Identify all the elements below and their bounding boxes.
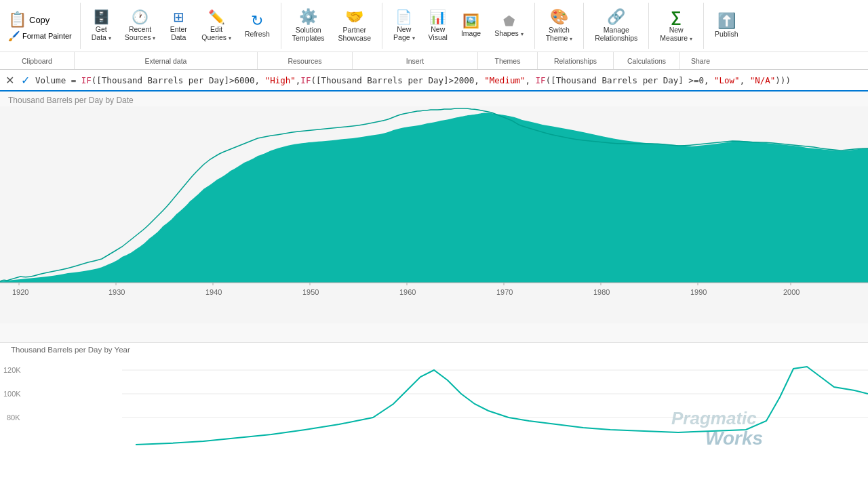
formula-text[interactable]: Volume = IF([Thousand Barrels per Day]>6… [35, 75, 864, 85]
svg-text:1980: 1980 [593, 288, 610, 296]
shapes-icon: ⬟ [503, 14, 515, 28]
new-page-button[interactable]: 📄 NewPage ▾ [388, 5, 420, 47]
bottom-chart-title: Thousand Barrels per Day by Year [0, 343, 868, 357]
manage-relationships-icon: 🔗 [607, 9, 625, 24]
svg-text:1990: 1990 [690, 288, 707, 296]
new-measure-button[interactable]: ∑ NewMeasure ▾ [654, 5, 698, 47]
chart-area: Thousand Barrels per Day by Date 1920 19… [0, 92, 868, 488]
formula-bar: ✕ ✓ Volume = IF([Thousand Barrels per Da… [0, 70, 868, 92]
label-clipboard: Clipboard [0, 52, 75, 69]
partner-showcase-button[interactable]: 🤝 PartnerShowcase [333, 5, 376, 47]
solution-templates-button[interactable]: ⚙️ SolutionTemplates [287, 5, 330, 47]
ribbon-labels: Clipboard External data Resources Insert… [0, 52, 868, 69]
label-themes: Themes [478, 52, 538, 69]
refresh-button[interactable]: ↻ Refresh [239, 5, 275, 47]
svg-text:80K: 80K [7, 413, 20, 422]
svg-text:1960: 1960 [399, 288, 416, 296]
formula-cancel-button[interactable]: ✕ [4, 73, 16, 88]
insert-group: 📄 NewPage ▾ 📊 NewVisual 🖼️ Image ⬟ Shape… [382, 3, 535, 49]
image-button[interactable]: 🖼️ Image [456, 5, 486, 47]
svg-text:100K: 100K [3, 390, 21, 398]
themes-group: 🎨 SwitchTheme ▾ [535, 3, 585, 49]
svg-text:1970: 1970 [496, 288, 513, 296]
area-chart-svg: 1920 1930 1940 1950 1960 1970 1980 1990 … [0, 106, 868, 323]
switch-theme-button[interactable]: 🎨 SwitchTheme ▾ [540, 5, 578, 47]
label-external-data: External data [75, 52, 258, 69]
image-icon: 🖼️ [462, 14, 479, 28]
recent-sources-icon: 🕐 [132, 10, 149, 24]
svg-text:1940: 1940 [205, 288, 222, 296]
new-page-icon: 📄 [395, 10, 412, 24]
edit-queries-button[interactable]: ✏️ EditQueries ▾ [196, 5, 237, 47]
label-share: Share [680, 52, 721, 69]
partner-showcase-icon: 🤝 [345, 9, 363, 24]
bottom-chart: Thousand Barrels per Day by Year 120K 10… [0, 342, 868, 488]
svg-text:2000: 2000 [783, 288, 800, 296]
svg-text:1950: 1950 [302, 288, 319, 296]
ribbon: 📋 Copy 🖌️ Format Painter 🗄️ GetData ▾ 🕐 … [0, 0, 868, 70]
share-group: ⬆️ Publish [704, 3, 749, 49]
switch-theme-icon: 🎨 [550, 9, 568, 24]
edit-queries-icon: ✏️ [208, 10, 225, 24]
ribbon-top: 📋 Copy 🖌️ Format Painter 🗄️ GetData ▾ 🕐 … [0, 0, 868, 52]
manage-relationships-button[interactable]: 🔗 ManageRelationships [589, 5, 643, 47]
get-data-button[interactable]: 🗄️ GetData ▾ [86, 5, 117, 47]
format-painter-button[interactable]: 🖌️ Format Painter [5, 30, 75, 42]
new-visual-button[interactable]: 📊 NewVisual [423, 5, 453, 47]
top-chart: Thousand Barrels per Day by Date 1920 19… [0, 92, 868, 342]
calculations-group: ∑ NewMeasure ▾ [649, 3, 704, 49]
label-calculations: Calculations [614, 52, 680, 69]
new-visual-icon: 📊 [429, 10, 446, 24]
solution-templates-icon: ⚙️ [299, 9, 317, 24]
recent-sources-button[interactable]: 🕐 RecentSources ▾ [119, 5, 161, 47]
label-relationships: Relationships [538, 52, 614, 69]
formula-confirm-button[interactable]: ✓ [20, 73, 31, 88]
get-data-icon: 🗄️ [93, 10, 110, 24]
publish-icon: ⬆️ [717, 14, 736, 28]
label-resources: Resources [258, 52, 353, 69]
line-chart-svg: 120K 100K 80K Pragmatic Works [0, 357, 868, 465]
external-data-group: 🗄️ GetData ▾ 🕐 RecentSources ▾ ⊞ EnterDa… [81, 3, 281, 49]
resources-group: ⚙️ SolutionTemplates 🤝 PartnerShowcase [281, 3, 382, 49]
relationships-group: 🔗 ManageRelationships [584, 3, 649, 49]
svg-text:1930: 1930 [108, 288, 125, 296]
new-measure-icon: ∑ [671, 9, 682, 24]
svg-text:1920: 1920 [12, 288, 28, 296]
shapes-button[interactable]: ⬟ Shapes ▾ [489, 5, 529, 47]
svg-text:120K: 120K [3, 366, 21, 374]
top-chart-title: Thousand Barrels per Day by Date [0, 92, 868, 106]
enter-data-icon: ⊞ [173, 10, 184, 24]
enter-data-button[interactable]: ⊞ EnterData [163, 5, 193, 47]
publish-button[interactable]: ⬆️ Publish [709, 5, 743, 47]
svg-text:Pragmatic: Pragmatic [671, 408, 757, 428]
clipboard-group: 📋 Copy 🖌️ Format Painter [0, 3, 81, 49]
copy-button[interactable]: 📋 Copy [5, 9, 52, 30]
svg-text:Works: Works [705, 428, 763, 449]
label-insert: Insert [353, 52, 478, 69]
refresh-icon: ↻ [251, 14, 263, 28]
